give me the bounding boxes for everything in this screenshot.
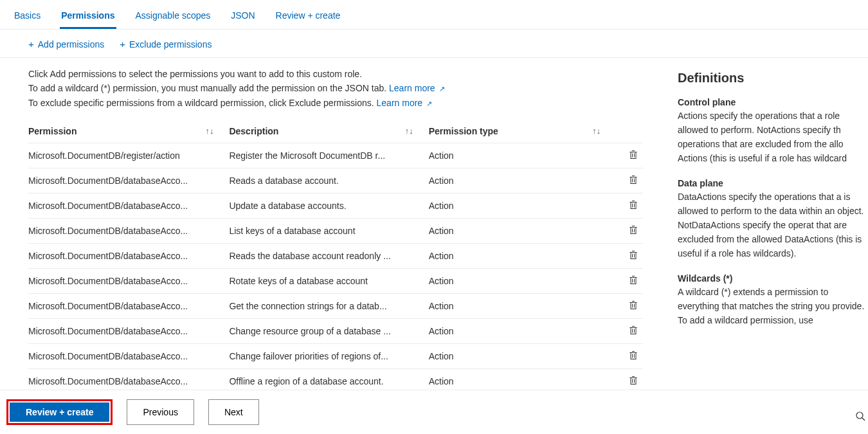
search-icon[interactable] [855,411,865,424]
sort-icon[interactable]: ↑↓ [405,126,413,136]
cell-type: Action [429,344,617,369]
column-header-type[interactable]: Permission type ↑↓ [429,120,617,143]
delete-icon[interactable] [629,251,638,262]
delete-icon[interactable] [629,201,638,212]
delete-icon[interactable] [629,301,638,312]
svg-rect-25 [631,278,636,284]
delete-icon[interactable] [629,226,638,237]
table-row: Microsoft.DocumentDB/databaseAcco...Chan… [28,344,643,369]
cell-permission: Microsoft.DocumentDB/databaseAcco... [28,194,229,219]
table-row: Microsoft.DocumentDB/databaseAcco...Read… [28,244,643,269]
cell-description: Reads the database account readonly ... [229,244,428,269]
table-row: Microsoft.DocumentDB/databaseAcco...Upda… [28,194,643,219]
footer-bar: Review + create Previous Next [0,390,868,434]
definitions-heading: Definitions [678,71,868,86]
table-row: Microsoft.DocumentDB/register/actionRegi… [28,143,643,168]
tab-bar: Basics Permissions Assignable scopes JSO… [0,0,868,30]
tab-review-create[interactable]: Review + create [275,5,342,29]
permissions-table: Permission ↑↓ Description ↑↓ Permission … [28,120,643,394]
add-permissions-label: Add permissions [38,39,105,50]
cell-type: Action [429,194,617,219]
column-header-description[interactable]: Description ↑↓ [229,120,428,143]
svg-rect-35 [631,328,636,334]
cell-permission: Microsoft.DocumentDB/databaseAcco... [28,219,229,244]
definition-block: Wildcards (*)A wildcard (*) extends a pe… [678,273,868,327]
tab-permissions[interactable]: Permissions [60,5,116,29]
exclude-permissions-button[interactable]: + Exclude permissions [120,39,212,50]
definition-title: Data plane [678,178,868,188]
cell-description: Register the Microsoft DocumentDB r... [229,143,428,168]
svg-rect-40 [631,353,636,359]
cell-permission: Microsoft.DocumentDB/databaseAcco... [28,168,229,194]
definition-block: Control planeActions specify the operati… [678,97,868,165]
cell-type: Action [429,219,617,244]
intro-line-3: To exclude specific permissions from a w… [28,96,643,111]
cell-description: Get the connection strings for a datab..… [229,294,428,319]
svg-rect-30 [631,303,636,309]
svg-rect-20 [631,253,636,259]
cell-description: Change resource group of a database ... [229,319,428,344]
cell-description: List keys of a database account [229,219,428,244]
next-button[interactable]: Next [208,399,259,425]
cell-permission: Microsoft.DocumentDB/databaseAcco... [28,244,229,269]
exclude-permissions-label: Exclude permissions [129,39,212,50]
learn-more-exclude-link[interactable]: Learn more ↗ [377,98,432,108]
add-permissions-button[interactable]: + Add permissions [28,39,104,50]
cell-type: Action [429,143,617,168]
svg-rect-0 [631,152,636,159]
sort-icon[interactable]: ↑↓ [205,126,213,136]
main-content: Click Add permissions to select the perm… [0,58,656,399]
svg-line-51 [862,418,865,420]
definitions-panel: Definitions Control planeActions specify… [656,58,868,399]
tab-json[interactable]: JSON [230,5,256,29]
definition-title: Wildcards (*) [678,273,868,284]
cell-type: Action [429,294,617,319]
intro-text: Click Add permissions to select the perm… [28,67,643,111]
svg-rect-45 [631,378,636,384]
delete-icon[interactable] [629,276,638,287]
plus-icon: + [120,39,125,50]
delete-icon[interactable] [629,150,638,161]
definition-title: Control plane [678,97,868,107]
cell-type: Action [429,244,617,269]
delete-icon[interactable] [629,326,638,337]
table-row: Microsoft.DocumentDB/databaseAcco...Get … [28,294,643,319]
toolbar: + Add permissions + Exclude permissions [0,30,868,58]
external-link-icon: ↗ [426,100,432,107]
definition-body: DataActions specify the operations that … [678,190,868,260]
highlight-annotation: Review + create [6,399,113,425]
learn-more-json-link[interactable]: Learn more ↗ [389,83,444,93]
review-create-button[interactable]: Review + create [10,402,109,422]
table-row: Microsoft.DocumentDB/databaseAcco...Read… [28,168,643,194]
cell-permission: Microsoft.DocumentDB/register/action [28,143,229,168]
delete-icon[interactable] [629,176,638,186]
delete-icon[interactable] [629,351,638,362]
cell-type: Action [429,269,617,294]
cell-permission: Microsoft.DocumentDB/databaseAcco... [28,344,229,369]
svg-rect-15 [631,228,636,234]
tab-assignable-scopes[interactable]: Assignable scopes [134,5,212,29]
sort-icon[interactable]: ↑↓ [592,126,601,136]
cell-permission: Microsoft.DocumentDB/databaseAcco... [28,269,229,294]
cell-type: Action [429,319,617,344]
definition-block: Data planeDataActions specify the operat… [678,178,868,260]
table-row: Microsoft.DocumentDB/databaseAcco...List… [28,219,643,244]
plus-icon: + [28,39,34,50]
external-link-icon: ↗ [439,85,445,93]
cell-type: Action [429,168,617,194]
column-header-permission[interactable]: Permission ↑↓ [28,120,229,143]
cell-description: Update a database accounts. [229,194,428,219]
svg-rect-5 [631,177,636,184]
cell-description: Rotate keys of a database account [229,269,428,294]
definition-body: A wildcard (*) extends a permission to e… [678,285,868,327]
cell-permission: Microsoft.DocumentDB/databaseAcco... [28,294,229,319]
cell-permission: Microsoft.DocumentDB/databaseAcco... [28,319,229,344]
svg-point-50 [856,412,863,419]
delete-icon[interactable] [629,376,638,387]
cell-description: Reads a database account. [229,168,428,194]
previous-button[interactable]: Previous [127,399,194,425]
tab-basics[interactable]: Basics [13,5,42,29]
table-row: Microsoft.DocumentDB/databaseAcco...Rota… [28,269,643,294]
table-row: Microsoft.DocumentDB/databaseAcco...Chan… [28,319,643,344]
definition-body: Actions specify the operations that a ro… [678,109,868,165]
